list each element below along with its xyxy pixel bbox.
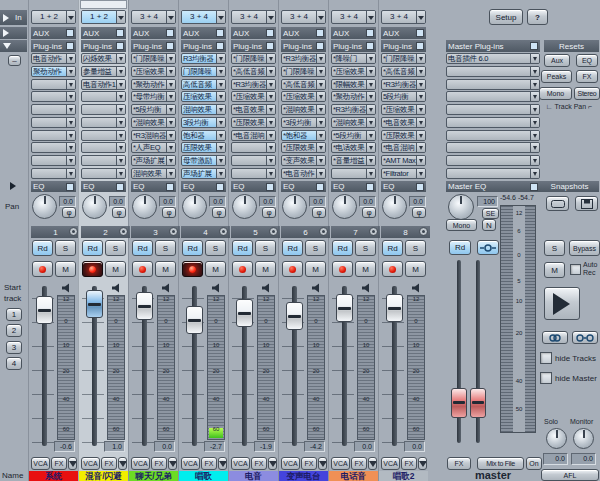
eq-bar[interactable]: EQ: [231, 181, 276, 192]
master-plugins-indicator[interactable]: [530, 42, 538, 50]
plugin-slot[interactable]: *电音动作: [281, 168, 326, 179]
chevron-down-icon[interactable]: [116, 131, 125, 140]
chevron-down-icon[interactable]: [530, 143, 539, 152]
chevron-down-icon[interactable]: [116, 156, 125, 165]
fx-button[interactable]: FX: [201, 457, 217, 470]
chevron-down-icon[interactable]: [166, 105, 175, 114]
channel-dot-button[interactable]: [269, 227, 278, 236]
plugin-slot[interactable]: *5段均衡: [131, 104, 176, 115]
phase-button[interactable]: φ: [312, 207, 326, 218]
plugin-slot[interactable]: 压限效果: [181, 142, 226, 153]
channel-name[interactable]: 电话音: [329, 471, 378, 481]
solo-button[interactable]: S: [355, 240, 376, 256]
chevron-down-icon[interactable]: [66, 118, 75, 127]
pan-knob[interactable]: [382, 194, 407, 219]
chevron-down-icon[interactable]: [416, 54, 425, 63]
pan-knob[interactable]: [182, 194, 207, 219]
master-plugin-slot[interactable]: 电音插件 6.0: [446, 53, 540, 64]
record-button[interactable]: [182, 261, 203, 277]
plugin-slot[interactable]: [81, 155, 126, 166]
plugin-slot[interactable]: *R3均衡器: [381, 79, 426, 90]
master-plugin-slot[interactable]: [446, 66, 540, 77]
plugin-slot[interactable]: [231, 155, 276, 166]
unlink-button[interactable]: [572, 331, 598, 344]
master-plugin-slot[interactable]: [446, 79, 540, 90]
plugin-slot[interactable]: *压缩效果: [331, 66, 376, 77]
chevron-down-icon[interactable]: [66, 92, 75, 101]
master-fader-cap-right[interactable]: [470, 388, 486, 418]
plugin-slot[interactable]: 电音动作: [31, 53, 76, 64]
speaker-icon[interactable]: [259, 282, 274, 294]
chevron-down-icon[interactable]: [116, 54, 125, 63]
plugins-bar[interactable]: Plug-ins: [131, 40, 176, 52]
eq-bar[interactable]: EQ: [381, 181, 426, 192]
chevron-down-icon[interactable]: [316, 80, 325, 89]
fx-button[interactable]: FX: [101, 457, 117, 470]
aux-bar[interactable]: AUX: [381, 27, 426, 39]
phase-button[interactable]: φ: [112, 207, 126, 218]
mute-button[interactable]: M: [405, 261, 426, 277]
help-button[interactable]: ?: [527, 9, 548, 25]
record-button[interactable]: [332, 261, 353, 277]
plugins-bar[interactable]: Plug-ins: [281, 40, 326, 52]
speaker-icon[interactable]: [409, 282, 424, 294]
plugin-slot[interactable]: *R3混响器: [131, 130, 176, 141]
chevron-down-icon[interactable]: [316, 143, 325, 152]
plugin-slot[interactable]: *3段均衡: [281, 117, 326, 128]
plugin-slot[interactable]: *混响效果: [331, 117, 376, 128]
record-button[interactable]: [282, 261, 303, 277]
phase-button[interactable]: φ: [362, 207, 376, 218]
plugin-slot[interactable]: [331, 168, 376, 179]
fx-button[interactable]: FX: [401, 457, 417, 470]
chevron-down-icon[interactable]: [416, 131, 425, 140]
vca-button[interactable]: VCA: [181, 457, 200, 470]
record-button[interactable]: [132, 261, 153, 277]
eq-bar[interactable]: EQ: [31, 181, 76, 192]
plugin-slot[interactable]: 声场扩展: [181, 168, 226, 179]
snapshot-recall-button[interactable]: [546, 196, 569, 211]
chevron-down-icon[interactable]: [266, 105, 275, 114]
read-automation-button[interactable]: Rd: [132, 240, 153, 256]
plugin-slot[interactable]: [31, 104, 76, 115]
plugin-slot[interactable]: [81, 117, 126, 128]
plugin-slot[interactable]: *5段均衡: [331, 130, 376, 141]
chevron-down-icon[interactable]: [66, 67, 75, 76]
plugin-slot[interactable]: [31, 91, 76, 102]
speaker-icon[interactable]: [359, 282, 374, 294]
speaker-icon[interactable]: [159, 282, 174, 294]
input-selector[interactable]: 3 + 4: [181, 10, 226, 24]
solo-button[interactable]: S: [55, 240, 76, 256]
chevron-down-icon[interactable]: [266, 143, 275, 152]
eq-bar[interactable]: EQ: [331, 181, 376, 192]
aux-row-header[interactable]: [0, 27, 27, 39]
pan-knob[interactable]: [32, 194, 57, 219]
plugin-slot[interactable]: *混响效果: [281, 104, 326, 115]
chevron-down-icon[interactable]: [366, 156, 375, 165]
plugin-slot[interactable]: 混响效果: [181, 104, 226, 115]
aux-indicator[interactable]: [416, 29, 424, 37]
plugin-slot[interactable]: 压缩效果: [181, 91, 226, 102]
fx-button[interactable]: FX: [301, 457, 317, 470]
eq-indicator[interactable]: [366, 183, 374, 191]
chevron-down-icon[interactable]: [416, 143, 425, 152]
chevron-down-icon[interactable]: [166, 80, 175, 89]
chevron-down-icon[interactable]: [366, 118, 375, 127]
chevron-down-icon[interactable]: [66, 143, 75, 152]
mute-button[interactable]: M: [155, 261, 176, 277]
vca-button[interactable]: VCA: [31, 457, 50, 470]
chevron-down-icon[interactable]: [166, 169, 175, 178]
plugins-row-header[interactable]: [0, 40, 27, 52]
setup-button[interactable]: Setup: [489, 9, 523, 25]
aux-indicator[interactable]: [116, 29, 124, 37]
plugins-bar[interactable]: Plug-ins: [331, 40, 376, 52]
chevron-down-icon[interactable]: [316, 118, 325, 127]
chevron-down-icon[interactable]: [366, 67, 375, 76]
chevron-down-icon[interactable]: [116, 118, 125, 127]
chevron-down-icon[interactable]: [216, 118, 225, 127]
eq-bar[interactable]: EQ: [81, 181, 126, 192]
eq-row-disclosure-icon[interactable]: [10, 182, 20, 190]
read-automation-button[interactable]: Rd: [82, 240, 103, 256]
chevron-down-icon[interactable]: [66, 105, 75, 114]
chevron-down-icon[interactable]: [216, 92, 225, 101]
aux-bar[interactable]: AUX: [31, 27, 76, 39]
